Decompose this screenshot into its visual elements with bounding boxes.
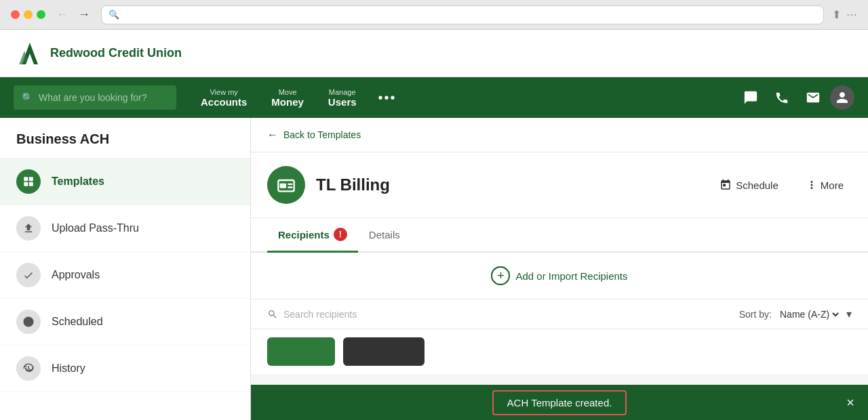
traffic-lights: [11, 10, 45, 19]
details-tab-label: Details: [369, 229, 400, 240]
phone-icon: [774, 90, 789, 105]
approvals-svg: [22, 269, 35, 281]
more-label: More: [821, 180, 844, 191]
svg-rect-4: [24, 182, 28, 186]
add-recipients-icon: +: [491, 266, 510, 285]
tab-recipients[interactable]: Recipients !: [267, 218, 358, 253]
app-header: Redwood Credit Union: [0, 30, 868, 77]
template-folder-icon: [277, 175, 296, 194]
approvals-label: Approvals: [52, 269, 100, 281]
browser-chrome: ← → 🔍 ⬆ ⋯: [0, 0, 868, 30]
toast-close-button[interactable]: ×: [846, 395, 854, 411]
template-icon-circle: [267, 166, 305, 204]
browser-share-icon: ⬆: [832, 8, 841, 21]
more-button[interactable]: More: [797, 173, 852, 196]
upload-icon: [16, 216, 41, 240]
logo-area: Redwood Credit Union: [16, 40, 182, 67]
nav-icons: [736, 83, 854, 112]
sidebar-title: Business ACH: [0, 118, 250, 159]
template-header: TL Billing Schedule More: [251, 152, 868, 218]
recipients-tab-label: Recipients: [278, 229, 330, 240]
forward-button[interactable]: →: [75, 6, 93, 23]
templates-svg: [22, 175, 35, 188]
recipient-search-input[interactable]: [283, 309, 419, 320]
back-nav[interactable]: ← Back to Templates: [251, 118, 868, 152]
search-filter-row: Sort by: Name (A-Z) Name (Z-A) Amount ▾: [251, 299, 868, 329]
search-input[interactable]: [39, 92, 168, 103]
toast-message: ACH Template created.: [492, 390, 627, 415]
templates-icon: [16, 169, 41, 194]
close-traffic-light[interactable]: [11, 10, 20, 19]
logo-text: Redwood Credit Union: [50, 46, 182, 60]
sort-label: Sort by:: [739, 309, 772, 320]
add-recipients-label: Add or Import Recipients: [515, 270, 627, 282]
svg-rect-9: [288, 186, 292, 188]
svg-rect-7: [280, 184, 286, 188]
schedule-label: Schedule: [736, 180, 778, 191]
nav-item-users[interactable]: Manage Users: [317, 83, 368, 113]
sidebar-item-scheduled[interactable]: Scheduled: [0, 299, 250, 345]
history-svg: [22, 362, 35, 375]
sort-row: Sort by: Name (A-Z) Name (Z-A) Amount ▾: [739, 308, 852, 320]
sort-chevron-icon: ▾: [846, 308, 852, 320]
url-bar[interactable]: 🔍: [101, 5, 824, 24]
nav-bar: 🔍 View my Accounts Move Money Manage Use…: [0, 77, 868, 118]
recipient-search-container[interactable]: [267, 309, 419, 320]
back-arrow-icon: ←: [267, 129, 278, 141]
nav-items: View my Accounts Move Money Manage Users…: [190, 83, 736, 113]
toast-bar: ACH Template created. ×: [251, 385, 868, 420]
nav-more-dots[interactable]: •••: [370, 85, 405, 111]
action-button-1[interactable]: [267, 337, 335, 366]
upload-svg: [22, 222, 35, 234]
action-button-2[interactable]: [343, 337, 425, 366]
chat-button[interactable]: [736, 83, 765, 112]
logo-icon: [16, 40, 43, 67]
upload-label: Upload Pass-Thru: [52, 222, 139, 234]
add-recipients-row[interactable]: + Add or Import Recipients: [251, 253, 868, 299]
approvals-icon: [16, 263, 41, 287]
calendar-icon: [719, 179, 732, 191]
search-bar-container[interactable]: 🔍: [14, 85, 176, 110]
tabs-area: Recipients ! Details: [251, 218, 868, 253]
content-area: ← Back to Templates TL Billing Sche: [251, 118, 868, 420]
history-label: History: [52, 362, 85, 375]
sort-select[interactable]: Name (A-Z) Name (Z-A) Amount: [777, 308, 841, 320]
user-avatar[interactable]: [830, 85, 854, 110]
maximize-traffic-light[interactable]: [37, 10, 45, 19]
nav-item-accounts[interactable]: View my Accounts: [190, 83, 258, 113]
nav-search-icon: 🔍: [22, 92, 33, 103]
minimize-traffic-light[interactable]: [24, 10, 33, 19]
scheduled-svg: [22, 316, 35, 328]
mail-icon: [806, 90, 821, 105]
main-layout: Business ACH Templates Upload Pass-Thru: [0, 118, 868, 420]
history-icon: [16, 356, 41, 381]
more-vert-icon: [806, 179, 818, 191]
templates-label: Templates: [52, 175, 104, 188]
back-button[interactable]: ←: [54, 6, 71, 23]
svg-rect-8: [288, 184, 292, 185]
user-icon: [835, 91, 849, 104]
svg-rect-5: [29, 182, 33, 186]
recipients-error-badge: !: [334, 228, 347, 241]
sidebar-item-approvals[interactable]: Approvals: [0, 252, 250, 299]
browser-menu-icon: ⋯: [846, 8, 857, 21]
sidebar-item-templates[interactable]: Templates: [0, 159, 250, 205]
svg-rect-3: [29, 177, 33, 181]
browser-icons: ⬆ ⋯: [832, 8, 857, 21]
template-name: TL Billing: [316, 175, 701, 194]
nav-item-money[interactable]: Move Money: [260, 83, 315, 113]
sidebar-item-upload[interactable]: Upload Pass-Thru: [0, 205, 250, 252]
mail-button[interactable]: [799, 83, 827, 112]
url-search-icon: 🔍: [108, 9, 119, 20]
phone-button[interactable]: [768, 83, 796, 112]
tab-details[interactable]: Details: [358, 218, 411, 253]
scheduled-icon: [16, 310, 41, 334]
sidebar-item-history[interactable]: History: [0, 345, 250, 392]
scheduled-label: Scheduled: [52, 316, 103, 328]
template-actions: Schedule More: [711, 173, 852, 196]
table-buttons-row: [251, 329, 868, 374]
recipient-search-icon: [267, 309, 278, 320]
schedule-button[interactable]: Schedule: [711, 173, 787, 196]
browser-nav-arrows: ← →: [54, 6, 93, 23]
svg-rect-2: [24, 177, 28, 181]
